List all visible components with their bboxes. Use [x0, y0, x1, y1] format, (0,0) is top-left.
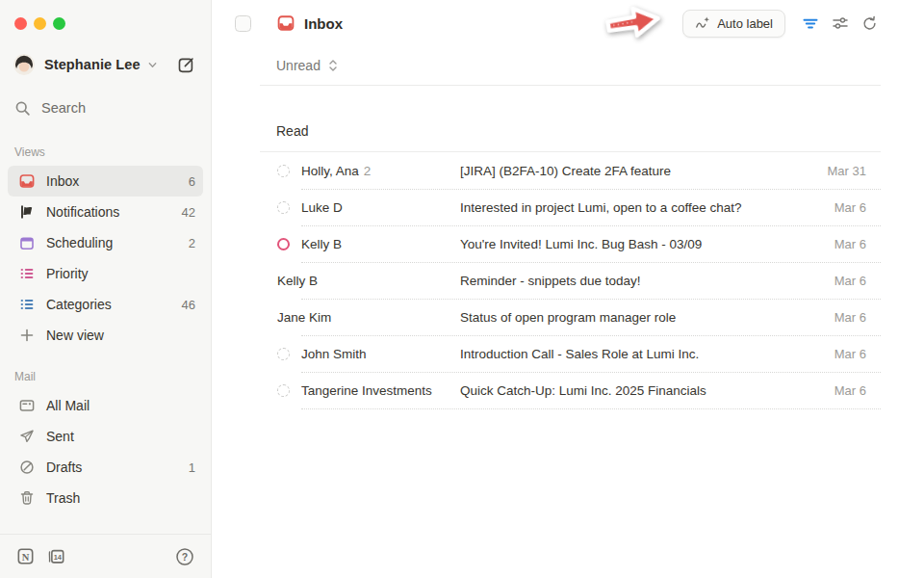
sidebar-item-label: Notifications	[46, 204, 119, 220]
sidebar-item-label: Sent	[46, 429, 74, 444]
sidebar-footer: N 14 ?	[0, 534, 211, 578]
sender-cell: Kelly B	[277, 274, 460, 288]
mail-row[interactable]: Kelly BReminder - snippets due today!Mar…	[260, 262, 881, 299]
select-all-checkbox[interactable]	[235, 15, 251, 32]
sidebar-item-new-view[interactable]: New view	[8, 320, 203, 351]
email-date: Mar 6	[834, 274, 866, 288]
mail-row[interactable]: Jane KimStatus of open program manager r…	[260, 299, 881, 335]
email-date: Mar 6	[834, 200, 866, 215]
sidebar-item-categories[interactable]: Categories46	[8, 289, 203, 320]
search-button[interactable]: Search	[0, 92, 211, 124]
sidebar-item-inbox[interactable]: Inbox6	[8, 166, 203, 197]
refresh-icon[interactable]	[861, 15, 878, 32]
list-header: Inbox Auto label	[212, 0, 924, 46]
svg-text:N: N	[22, 552, 30, 563]
annotation-arrow-icon	[603, 3, 666, 43]
read-status-icon[interactable]	[277, 348, 290, 360]
sidebar-item-drafts[interactable]: Drafts1	[8, 452, 203, 483]
email-subject: Introduction Call - Sales Role at Lumi I…	[460, 347, 834, 361]
email-subject: [JIRA] (B2FA-10) Create 2FA feature	[460, 164, 828, 178]
auto-label-button[interactable]: Auto label	[682, 10, 785, 38]
item-count: 1	[189, 460, 195, 475]
sender-cell: Tangerine Investments	[277, 383, 460, 398]
help-icon[interactable]: ?	[175, 547, 194, 566]
read-status-icon[interactable]	[277, 384, 290, 397]
zoom-button[interactable]	[53, 17, 65, 30]
notifications-icon	[19, 204, 35, 220]
sidebar-item-label: Categories	[46, 297, 112, 312]
priority-icon	[19, 266, 35, 281]
inbox-icon	[19, 173, 35, 189]
minimize-button[interactable]	[34, 17, 46, 30]
sidebar-item-label: Trash	[46, 490, 80, 506]
account-name: Stephanie Lee	[44, 57, 141, 72]
email-date: Mar 6	[834, 347, 866, 361]
email-date: Mar 31	[828, 164, 866, 178]
email-subject: You're Invited! Lumi Inc. Bug Bash - 03/…	[460, 237, 834, 251]
sidebar-item-label: Drafts	[46, 460, 82, 475]
item-count: 6	[189, 174, 195, 189]
email-date: Mar 6	[834, 383, 866, 398]
calendar-icon[interactable]: 14	[47, 547, 65, 565]
item-count: 46	[182, 298, 195, 312]
mail-list: Read Holly, Ana2[JIRA] (B2FA-10) Create …	[260, 86, 881, 408]
sender-name: Tangerine Investments	[301, 383, 432, 398]
svg-text:14: 14	[54, 553, 63, 562]
mail-row[interactable]: Holly, Ana2[JIRA] (B2FA-10) Create 2FA f…	[260, 152, 881, 189]
mail-row[interactable]: Tangerine InvestmentsQuick Catch-Up: Lum…	[260, 372, 881, 408]
all-mail-icon	[19, 398, 35, 413]
sender-name: Kelly B	[301, 237, 342, 251]
sender-cell: Kelly B	[277, 237, 460, 251]
notion-icon[interactable]: N	[16, 547, 35, 565]
sidebar-item-all-mail[interactable]: All Mail	[8, 390, 203, 421]
sort-toggle-icon	[327, 59, 339, 72]
sender-cell: Jane Kim	[277, 310, 460, 325]
compose-button[interactable]	[177, 56, 195, 74]
item-count: 42	[182, 205, 195, 220]
sidebar-item-label: All Mail	[46, 398, 90, 413]
sidebar-navigation: ViewsInbox6Notifications42Scheduling2Pri…	[0, 124, 211, 513]
sidebar-item-label: Scheduling	[46, 235, 113, 250]
section-label-mail: Mail	[0, 370, 211, 383]
mail-row[interactable]: Kelly BYou're Invited! Lumi Inc. Bug Bas…	[260, 225, 881, 262]
thread-count: 2	[364, 164, 372, 178]
svg-text:?: ?	[182, 551, 188, 563]
mail-row[interactable]: John SmithIntroduction Call - Sales Role…	[260, 335, 881, 372]
email-date: Mar 6	[834, 237, 866, 251]
read-status-icon[interactable]	[277, 201, 290, 214]
sidebar-item-scheduling[interactable]: Scheduling2	[8, 227, 203, 258]
unread-status-icon[interactable]	[277, 238, 290, 250]
mail-row[interactable]: Luke DInterested in project Lumi, open t…	[260, 189, 881, 225]
email-subject: Interested in project Lumi, open to a co…	[460, 200, 834, 215]
sidebar-item-label: Priority	[46, 266, 89, 281]
search-icon	[14, 100, 31, 117]
search-label: Search	[41, 100, 86, 116]
plus-icon	[19, 328, 35, 343]
drafts-icon	[19, 460, 35, 475]
sidebar-item-priority[interactable]: Priority	[8, 258, 203, 289]
close-button[interactable]	[14, 17, 27, 30]
sender-name: Kelly B	[277, 274, 318, 288]
mail-content: Inbox Auto label	[212, 0, 924, 578]
sender-name: Luke D	[301, 200, 343, 215]
sliders-icon[interactable]	[832, 14, 849, 32]
read-status-icon[interactable]	[277, 165, 290, 177]
section-label-views: Views	[0, 145, 211, 159]
trash-icon	[19, 490, 35, 506]
email-subject: Reminder - snippets due today!	[460, 274, 834, 288]
sidebar-item-notifications[interactable]: Notifications42	[8, 197, 203, 227]
sidebar-item-trash[interactable]: Trash	[8, 483, 203, 513]
email-subject: Status of open program manager role	[460, 310, 834, 325]
sender-name: Jane Kim	[277, 310, 331, 325]
sender-cell: Holly, Ana2	[277, 164, 460, 178]
email-subject: Quick Catch-Up: Lumi Inc. 2025 Financial…	[460, 383, 834, 398]
page-title: Inbox	[304, 15, 343, 32]
inbox-icon	[277, 14, 295, 32]
account-switcher[interactable]: Stephanie Lee	[0, 50, 211, 79]
sidebar: Stephanie Lee Search ViewsInbox6Notifica…	[0, 0, 212, 578]
read-filter-dropdown[interactable]: Unread	[212, 46, 924, 85]
sidebar-item-sent[interactable]: Sent	[8, 421, 203, 452]
filter-icon[interactable]	[802, 14, 819, 32]
sidebar-item-label: Inbox	[46, 173, 79, 189]
email-date: Mar 6	[834, 310, 866, 325]
